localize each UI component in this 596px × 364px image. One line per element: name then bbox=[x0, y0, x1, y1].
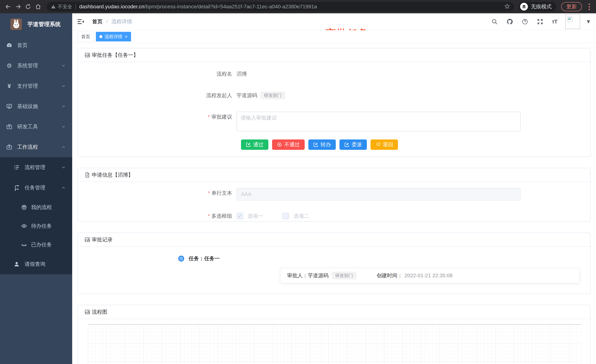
breadcrumb-home[interactable]: 首页 bbox=[92, 18, 103, 25]
search-button[interactable] bbox=[491, 18, 498, 25]
undo-icon bbox=[375, 142, 380, 147]
browser-forward-button[interactable] bbox=[14, 3, 22, 11]
transfer-button[interactable]: 转办 bbox=[308, 139, 336, 150]
task-title: 任务：任务一 bbox=[189, 255, 220, 262]
card-title: 申请信息【滔博】 bbox=[92, 171, 133, 178]
flow-tree-icon bbox=[13, 185, 20, 191]
tab-label: 首页 bbox=[81, 34, 90, 40]
sidebar: 芋道管理系统 首页 ⚙ 系统管理 ¥ 支付管理 基础设施 bbox=[0, 13, 72, 364]
main-content: 审批任务【任务一】 流程名 滔博 流程发起人 芋道源码 研发部门 审批建议 bbox=[72, 43, 596, 364]
dashboard-icon bbox=[6, 42, 13, 48]
incognito-badge: 无痕模式 bbox=[519, 2, 556, 11]
sidebar-item-label: 待办任务 bbox=[31, 223, 52, 230]
help-button[interactable] bbox=[522, 18, 529, 25]
approval-record-card: 审批记录 任务：任务一 审批人： 芋道源码 研发部门 创建时间： bbox=[78, 233, 590, 294]
sidebar-item-task-management[interactable]: 任务管理 bbox=[0, 178, 72, 198]
avatar-caret-button[interactable]: ▼ bbox=[586, 19, 591, 25]
browser-home-button[interactable] bbox=[34, 3, 42, 11]
avatar[interactable] bbox=[565, 14, 580, 29]
return-button[interactable]: 退回 bbox=[371, 139, 398, 150]
breadcrumb-current: 流程详情 bbox=[112, 18, 132, 25]
sidebar-item-todo-tasks[interactable]: 待办任务 bbox=[0, 217, 72, 235]
browser-update-button[interactable]: 更新 bbox=[561, 2, 582, 11]
url-path: /bpm/process-instance/detail?id=54aa251f… bbox=[144, 4, 317, 9]
card-header: 申请信息【滔博】 bbox=[78, 168, 590, 182]
address-bar[interactable]: 不安全 dashboard.yudao.iocoder.cn/bpm/proce… bbox=[47, 2, 514, 11]
tab-process-detail[interactable]: 流程详情 × bbox=[96, 32, 131, 41]
field-value: 滔博 bbox=[237, 69, 247, 79]
card-header: 流程图 bbox=[78, 305, 590, 319]
button-label: 退回 bbox=[383, 141, 393, 148]
sidebar-item-system[interactable]: ⚙ 系统管理 bbox=[0, 56, 72, 76]
card-title: 审批任务【任务一】 bbox=[92, 52, 138, 59]
card-body: 流程名 滔博 流程发起人 芋道源码 研发部门 审批建议 bbox=[78, 62, 590, 156]
chevron-down-icon bbox=[61, 165, 66, 170]
close-icon[interactable]: × bbox=[125, 34, 127, 39]
form-row-suggestion: 审批建议 bbox=[85, 112, 583, 131]
url-divider bbox=[75, 4, 76, 9]
sidebar-collapse-button[interactable] bbox=[77, 18, 84, 25]
sidebar-item-label: 任务管理 bbox=[25, 184, 45, 191]
field-label-required: 单行文本 bbox=[85, 188, 237, 201]
initiator-name: 芋道源码 bbox=[237, 90, 257, 101]
card-body bbox=[78, 319, 590, 364]
card-title: 审批记录 bbox=[92, 236, 112, 243]
form-row-text: 单行文本 bbox=[85, 188, 583, 201]
sidebar-item-home[interactable]: 首页 bbox=[0, 35, 72, 56]
edit-icon bbox=[313, 142, 318, 147]
card-body: 任务：任务一 审批人： 芋道源码 研发部门 创建时间： 2022-01-21 2… bbox=[78, 247, 590, 293]
workflow-submenu: 流程管理 任务管理 我的流程 待办任务 bbox=[0, 157, 72, 274]
bpmn-canvas[interactable] bbox=[88, 324, 581, 364]
list-icon bbox=[13, 164, 20, 171]
fullscreen-icon bbox=[537, 18, 544, 25]
reject-button[interactable]: 不通过 bbox=[272, 139, 305, 150]
sidebar-item-leave-query[interactable]: 请假查询 bbox=[0, 254, 72, 274]
app-logo[interactable]: 芋道管理系统 bbox=[0, 13, 72, 35]
circle-x-icon bbox=[277, 142, 282, 147]
incognito-icon bbox=[520, 3, 528, 11]
tab-home[interactable]: 首页 bbox=[78, 32, 94, 41]
fullscreen-button[interactable] bbox=[536, 18, 544, 25]
picture-icon bbox=[84, 52, 90, 58]
browser-reload-button[interactable] bbox=[24, 3, 32, 11]
edit-icon bbox=[246, 142, 251, 147]
field-label-required: 多选框组 bbox=[85, 211, 237, 221]
document-icon bbox=[84, 172, 90, 178]
sidebar-item-devtools[interactable]: 研发工具 bbox=[0, 116, 72, 137]
card-title: 流程图 bbox=[92, 308, 107, 316]
delegate-button[interactable]: 委派 bbox=[339, 139, 367, 150]
back-icon bbox=[5, 4, 11, 10]
sidebar-item-infrastructure[interactable]: 基础设施 bbox=[0, 96, 72, 116]
sidebar-item-payment[interactable]: ¥ 支付管理 bbox=[0, 76, 72, 96]
form-row-initiator: 流程发起人 芋道源码 研发部门 bbox=[85, 90, 583, 101]
briefcase-icon bbox=[6, 144, 13, 150]
url-text: dashboard.yudao.iocoder.cn/bpm/process-i… bbox=[79, 4, 504, 10]
browser-back-button[interactable] bbox=[4, 3, 12, 11]
card-header: 审批任务【任务一】 bbox=[78, 48, 590, 62]
chevron-down-icon bbox=[61, 124, 66, 129]
github-button[interactable] bbox=[506, 18, 513, 25]
sidebar-item-label: 首页 bbox=[17, 42, 28, 49]
sidebar-item-label: 基础设施 bbox=[17, 103, 38, 110]
field-label: 流程发起人 bbox=[85, 90, 237, 101]
search-icon bbox=[491, 18, 498, 25]
sidebar-item-my-process[interactable]: 我的流程 bbox=[0, 198, 72, 217]
sidebar-item-workflow[interactable]: 工作流程 bbox=[0, 137, 72, 157]
approval-record-item: 审批人： 芋道源码 研发部门 创建时间： 2022-01-21 22:35:08 bbox=[280, 268, 580, 283]
field-label: 流程名 bbox=[85, 69, 237, 79]
page: 不安全 dashboard.yudao.iocoder.cn/bpm/proce… bbox=[0, 0, 596, 364]
suggestion-textarea[interactable] bbox=[237, 112, 521, 131]
bookmark-star-button[interactable] bbox=[504, 3, 510, 10]
time-label: 创建时间： bbox=[377, 272, 402, 279]
approve-button[interactable]: 通过 bbox=[241, 139, 268, 150]
button-label: 转办 bbox=[320, 141, 331, 148]
browser-menu-button[interactable] bbox=[586, 4, 592, 10]
security-warning[interactable]: 不安全 bbox=[51, 4, 72, 10]
font-size-button[interactable]: ᴛT bbox=[552, 19, 557, 25]
warning-triangle-icon bbox=[51, 4, 56, 9]
security-label: 不安全 bbox=[58, 4, 72, 10]
sidebar-item-process-management[interactable]: 流程管理 bbox=[0, 157, 72, 178]
picture-icon bbox=[84, 309, 90, 315]
incognito-label: 无痕模式 bbox=[531, 3, 551, 10]
sidebar-item-done-tasks[interactable]: 已办任务 bbox=[0, 235, 72, 254]
